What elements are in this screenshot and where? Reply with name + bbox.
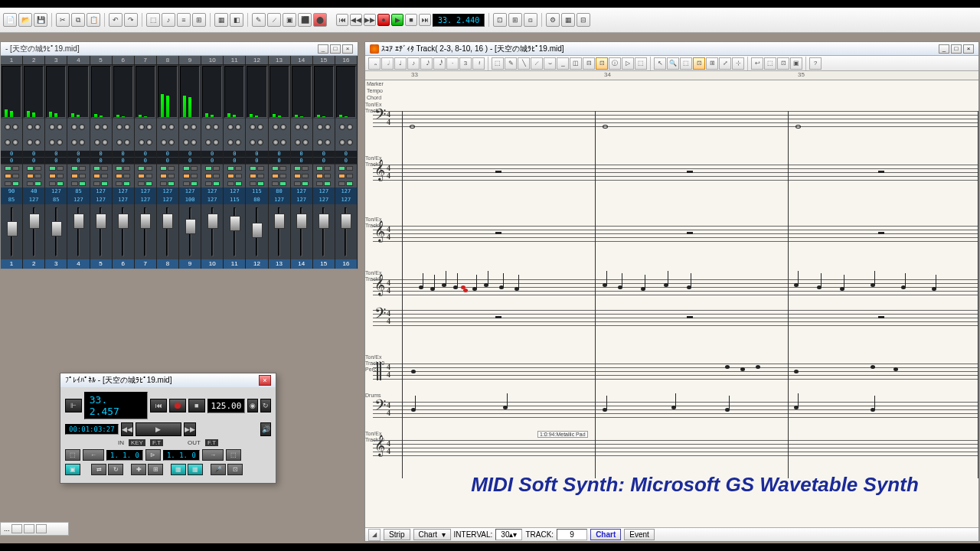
view-icon[interactable]: ⊞ <box>508 13 522 27</box>
play-icon[interactable]: ▶ <box>391 14 403 26</box>
channel-fader[interactable] <box>201 204 223 259</box>
note-icon[interactable]: 𝅘𝅥𝅯 <box>420 57 433 70</box>
close-icon[interactable]: × <box>259 375 271 386</box>
minimize-icon[interactable]: _ <box>318 44 328 54</box>
play-panel-window[interactable]: ﾌﾟﾚｲﾊﾟﾈﾙ - [天空の城ﾗﾋﾟ19.mid] × ⊩ 33. 2.457… <box>60 373 276 484</box>
info-icon[interactable]: ⓘ <box>609 57 621 70</box>
view-icon[interactable]: ⧈ <box>524 13 537 27</box>
rewind-icon[interactable]: ◀◀ <box>350 14 362 26</box>
channel-fader[interactable] <box>269 204 290 259</box>
pencil-icon[interactable]: ✎ <box>505 57 517 70</box>
volume-icon[interactable]: 🔊 <box>260 422 271 436</box>
channel-buttons[interactable] <box>90 165 112 187</box>
interval-field[interactable]: 30▴▾ <box>495 529 522 540</box>
channel-fader[interactable] <box>179 204 201 259</box>
track-field[interactable]: 9 <box>557 529 587 540</box>
record-icon[interactable] <box>169 399 186 412</box>
close-icon[interactable]: × <box>963 44 974 54</box>
note-icon[interactable]: ♩ <box>394 57 407 70</box>
channel-knobs[interactable] <box>269 119 290 151</box>
channel-knobs[interactable] <box>335 119 357 151</box>
zoom-icon[interactable]: 🔍 <box>667 57 679 70</box>
corner-icon[interactable]: ◢ <box>368 529 381 541</box>
tie-icon[interactable]: ⌣ <box>544 57 556 70</box>
maximize-icon[interactable]: □ <box>951 44 962 54</box>
channel-buttons[interactable] <box>246 165 267 187</box>
channel-knobs[interactable] <box>157 119 178 151</box>
tool-icon[interactable]: ⬚ <box>764 57 776 70</box>
tool-icon[interactable]: ↩ <box>751 57 763 70</box>
open-icon[interactable]: 📂 <box>18 13 32 27</box>
channel-knobs[interactable] <box>246 119 267 151</box>
mode-button[interactable]: ⊡ <box>227 464 243 475</box>
score-ruler[interactable]: 333435 <box>365 71 978 80</box>
tool-icon[interactable]: ⊡ <box>693 57 705 70</box>
staves-area[interactable]: Ton/ExTrack2𝄢44Ton/ExTrack3𝄞44Ton/ExTrac… <box>365 80 978 527</box>
save-icon[interactable]: 💾 <box>34 13 47 27</box>
tool-icon[interactable]: ⬚ <box>680 57 692 70</box>
stop-icon[interactable]: ■ <box>405 14 417 26</box>
channel-knobs[interactable] <box>1 119 22 151</box>
channel-buttons[interactable] <box>201 165 223 187</box>
channel-fader[interactable] <box>90 204 112 259</box>
tool-icon[interactable]: ⊞ <box>706 57 718 70</box>
metronome-icon[interactable]: ◉ <box>247 399 258 412</box>
score-canvas[interactable]: 333435 Marker Tempo Chord Ton/ExTrack2𝄢4… <box>365 71 978 527</box>
channel-knobs[interactable] <box>67 119 89 151</box>
note-icon[interactable]: 𝅘𝅥𝅰 <box>433 57 446 70</box>
dot-icon[interactable]: · <box>446 57 459 70</box>
forward-icon[interactable]: ▶▶ <box>184 422 196 436</box>
tool-icon[interactable]: ≡ <box>177 13 191 27</box>
in-set-button[interactable]: ⊳ <box>145 449 161 461</box>
tool-icon[interactable]: ⎯ <box>557 57 569 70</box>
copy-icon[interactable]: ⧉ <box>71 13 85 27</box>
channel-fader[interactable] <box>45 204 67 259</box>
note-icon[interactable]: 𝅝 <box>368 57 381 70</box>
mixer-titlebar[interactable]: - [天空の城ﾗﾋﾟ19.mid] _ □ × <box>1 42 358 56</box>
channel-buttons[interactable] <box>23 165 44 187</box>
undo-icon[interactable]: ↶ <box>109 13 122 27</box>
rewind-start-icon[interactable]: ⏮ <box>336 14 348 26</box>
mode-button[interactable]: 🎤 <box>211 464 226 475</box>
mode-button[interactable]: ⊞ <box>148 464 163 475</box>
minimize-icon[interactable]: _ <box>939 44 949 54</box>
channel-fader[interactable] <box>246 204 267 259</box>
channel-knobs[interactable] <box>113 119 134 151</box>
channel-buttons[interactable] <box>313 165 335 187</box>
tool-icon[interactable]: ⬚ <box>146 13 160 27</box>
tool-icon[interactable]: ▣ <box>790 57 802 70</box>
channel-knobs[interactable] <box>135 119 156 151</box>
channel-buttons[interactable] <box>113 165 134 187</box>
task-icon[interactable] <box>11 524 22 533</box>
loop-icon[interactable]: ↻ <box>260 399 271 412</box>
chart-dropdown[interactable]: Chart ▾ <box>413 529 451 540</box>
channel-buttons[interactable] <box>157 165 178 187</box>
pointer-icon[interactable]: ↖ <box>654 57 666 70</box>
new-icon[interactable]: 📄 <box>3 13 17 27</box>
channel-fader[interactable] <box>113 204 134 259</box>
channel-fader[interactable] <box>135 204 156 259</box>
channel-fader[interactable] <box>67 204 89 259</box>
tool-icon[interactable]: ◫ <box>570 57 582 70</box>
chart-tab[interactable]: Chart <box>590 529 621 540</box>
tool-icon[interactable]: ⬚ <box>635 57 647 70</box>
tool-icon[interactable]: ⊡ <box>777 57 789 70</box>
channel-fader[interactable] <box>224 204 245 259</box>
channel-fader[interactable] <box>313 204 335 259</box>
triplet-icon[interactable]: 3 <box>459 57 472 70</box>
record-icon[interactable]: ● <box>377 14 390 26</box>
channel-fader[interactable] <box>23 204 44 259</box>
cut-icon[interactable]: ✂ <box>56 13 70 27</box>
channel-buttons[interactable] <box>224 165 245 187</box>
channel-knobs[interactable] <box>45 119 67 151</box>
task-icon[interactable] <box>24 524 34 533</box>
mode-button[interactable]: ↻ <box>108 464 123 475</box>
channel-knobs[interactable] <box>23 119 44 151</box>
out-next-button[interactable]: → <box>202 449 224 461</box>
channel-buttons[interactable] <box>135 165 156 187</box>
score-titlebar[interactable]: ｽｺｱ ｴﾃﾞｨﾀ Track( 2-3, 8-10, 16 ) - [天空の城… <box>365 42 978 56</box>
mode-button[interactable]: ▦ <box>171 464 186 475</box>
channel-fader[interactable] <box>1 204 22 259</box>
panel-button[interactable]: ⬚ <box>226 449 241 461</box>
tool-icon[interactable]: ▦ <box>561 13 575 27</box>
